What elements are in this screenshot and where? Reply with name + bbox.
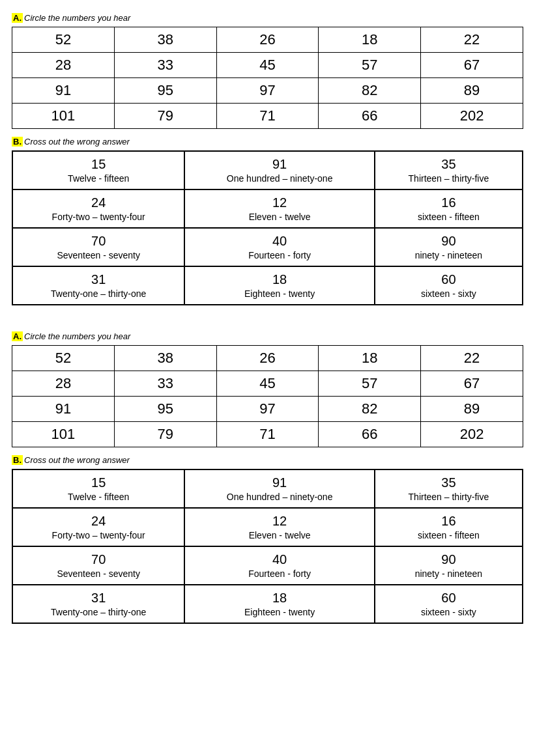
number-cell: 91 [12, 78, 115, 104]
number-cell: 97 [216, 78, 319, 104]
cell-number: 16 [379, 514, 518, 529]
word-cell: 15Twelve - fifteen [12, 469, 184, 508]
cell-label: Eleven - twelve [189, 212, 369, 222]
word-cell: 15Twelve - fifteen [12, 151, 184, 189]
section-spacer [12, 317, 523, 331]
cell-number: 40 [189, 552, 369, 567]
cell-number: 60 [379, 591, 518, 606]
number-cell: 57 [319, 371, 421, 397]
section-1: A.Circle the numbers you hear52382618222… [12, 13, 523, 305]
instruction-letter-a: A. [12, 331, 23, 341]
number-cell: 18 [319, 346, 421, 371]
word-cell: 18Eighteen - twenty [184, 266, 374, 305]
cell-label: Forty-two – twenty-four [17, 212, 180, 222]
number-cell: 66 [319, 104, 421, 129]
cell-label: sixteen - fifteen [379, 212, 518, 222]
word-cell: 90ninety - nineteen [375, 546, 523, 585]
number-cell: 38 [114, 346, 216, 371]
word-cell: 31Twenty-one – thirty-one [12, 266, 184, 305]
word-cell: 18Eighteen - twenty [184, 585, 374, 623]
cell-label: Forty-two – twenty-four [17, 530, 180, 540]
part-a-section-1: A.Circle the numbers you hear52382618222… [12, 13, 523, 129]
cell-number: 12 [189, 514, 369, 529]
part-b-section-1: B.Cross out the wrong answer15Twelve - f… [12, 137, 523, 305]
word-cell: 12Eleven - twelve [184, 508, 374, 546]
number-cell: 91 [12, 397, 115, 422]
table-row: 24Forty-two – twenty-four12Eleven - twel… [12, 508, 523, 546]
table-row: 15Twelve - fifteen91One hundred – ninety… [12, 469, 523, 508]
word-grid: 15Twelve - fifteen91One hundred – ninety… [12, 150, 523, 305]
number-cell: 18 [319, 27, 421, 53]
number-cell: 95 [114, 397, 216, 422]
number-grid: 5238261822283345576791959782891017971662… [12, 345, 523, 447]
cell-number: 15 [17, 475, 180, 490]
cell-label: ninety - nineteen [379, 250, 518, 260]
part-a-section-2: A.Circle the numbers you hear52382618222… [12, 331, 523, 447]
cell-label: Thirteen – thirty-five [379, 492, 518, 502]
cell-label: ninety - nineteen [379, 568, 518, 579]
cell-number: 60 [379, 272, 518, 287]
part-b-section-2: B.Cross out the wrong answer15Twelve - f… [12, 455, 523, 624]
cell-label: Twelve - fifteen [17, 173, 180, 184]
word-cell: 70Seventeen - seventy [12, 228, 184, 266]
word-cell: 35Thirteen – thirty-five [375, 151, 523, 189]
number-cell: 66 [319, 422, 421, 447]
number-cell: 52 [12, 27, 115, 53]
cell-number: 70 [17, 234, 180, 249]
table-row: 9195978289 [12, 78, 523, 104]
cell-number: 91 [189, 475, 369, 490]
number-grid: 5238261822283345576791959782891017971662… [12, 27, 523, 129]
number-cell: 79 [114, 422, 216, 447]
table-row: 70Seventeen - seventy40Fourteen - forty9… [12, 546, 523, 585]
cell-number: 90 [379, 234, 518, 249]
cell-label: Twelve - fifteen [17, 492, 180, 502]
word-cell: 40Fourteen - forty [184, 546, 374, 585]
word-cell: 24Forty-two – twenty-four [12, 189, 184, 228]
number-cell: 82 [319, 397, 421, 422]
number-cell: 38 [114, 27, 216, 53]
word-cell: 16sixteen - fifteen [375, 189, 523, 228]
instruction-text-b: Cross out the wrong answer [24, 455, 130, 465]
cell-label: One hundred – ninety-one [189, 492, 369, 502]
cell-label: sixteen - fifteen [379, 530, 518, 540]
word-grid: 15Twelve - fifteen91One hundred – ninety… [12, 469, 523, 624]
part-a-instruction: A.Circle the numbers you hear [12, 13, 523, 23]
cell-label: Fourteen - forty [189, 250, 369, 260]
number-cell: 71 [216, 422, 319, 447]
number-cell: 22 [421, 346, 523, 371]
cell-label: sixteen - sixty [379, 288, 518, 299]
cell-label: Twenty-one – thirty-one [17, 288, 180, 299]
table-row: 5238261822 [12, 27, 523, 53]
cell-number: 18 [189, 272, 369, 287]
cell-number: 24 [17, 514, 180, 529]
number-cell: 97 [216, 397, 319, 422]
word-cell: 40Fourteen - forty [184, 228, 374, 266]
table-row: 2833455767 [12, 53, 523, 78]
word-cell: 24Forty-two – twenty-four [12, 508, 184, 546]
cell-label: Seventeen - seventy [17, 250, 180, 260]
word-cell: 12Eleven - twelve [184, 189, 374, 228]
word-cell: 70Seventeen - seventy [12, 546, 184, 585]
cell-number: 40 [189, 234, 369, 249]
number-cell: 26 [216, 27, 319, 53]
number-cell: 89 [421, 78, 523, 104]
cell-number: 18 [189, 591, 369, 606]
number-cell: 67 [421, 371, 523, 397]
table-row: 31Twenty-one – thirty-one18Eighteen - tw… [12, 585, 523, 623]
number-cell: 33 [114, 53, 216, 78]
instruction-text-b: Cross out the wrong answer [24, 137, 130, 147]
instruction-letter-a: A. [12, 13, 23, 23]
cell-label: Eighteen - twenty [189, 288, 369, 299]
cell-number: 35 [379, 157, 518, 172]
cell-label: Thirteen – thirty-five [379, 173, 518, 184]
number-cell: 89 [421, 397, 523, 422]
word-cell: 91One hundred – ninety-one [184, 469, 374, 508]
table-row: 5238261822 [12, 346, 523, 371]
cell-number: 12 [189, 195, 369, 210]
instruction-text-a: Circle the numbers you hear [24, 13, 130, 23]
number-cell: 28 [12, 53, 115, 78]
cell-label: Seventeen - seventy [17, 568, 180, 579]
number-cell: 101 [12, 104, 115, 129]
number-cell: 67 [421, 53, 523, 78]
number-cell: 79 [114, 104, 216, 129]
